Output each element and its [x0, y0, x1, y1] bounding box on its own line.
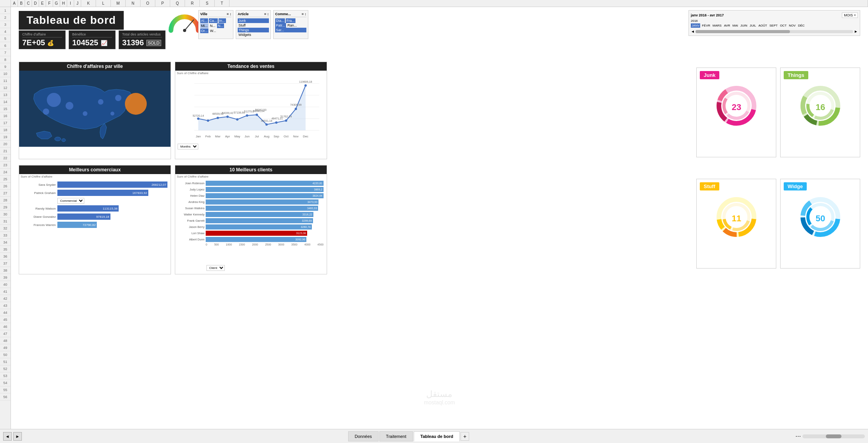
svg-text:Apr: Apr	[225, 135, 230, 138]
line-chart-controls: Months	[175, 143, 327, 150]
cal-scroll-thumb[interactable]	[695, 30, 790, 33]
svg-point-2	[55, 137, 61, 141]
cal-dec[interactable]: DÉC	[797, 23, 806, 28]
filter-item-ca[interactable]: Ca...	[209, 18, 218, 23]
svg-point-25	[275, 121, 277, 124]
cal-nov[interactable]: NOV	[788, 23, 796, 28]
donut-stuff: Stuff 11	[696, 179, 776, 269]
cal-mars[interactable]: MARS	[712, 23, 722, 28]
nav-prev-button[interactable]: ◄	[3, 432, 12, 441]
filter-item-sar[interactable]: Sar...	[275, 28, 306, 32]
col-m[interactable]: M	[111, 0, 126, 7]
svg-text:52720,14: 52720,14	[192, 114, 204, 117]
col-l[interactable]: L	[96, 0, 111, 7]
cal-sept[interactable]: SEPT	[768, 23, 778, 28]
col-o[interactable]: O	[141, 0, 155, 7]
col-t[interactable]: T	[215, 0, 229, 7]
row-49: 49	[0, 344, 11, 351]
row-51: 51	[0, 358, 11, 365]
tab-donnees[interactable]: Données	[348, 431, 379, 441]
col-a[interactable]: A	[11, 0, 18, 7]
col-h[interactable]: H	[60, 0, 67, 7]
filter-item-junk[interactable]: Junk	[238, 18, 269, 23]
svg-point-27	[295, 108, 297, 110]
scroll-right-icon[interactable]: ►	[854, 29, 858, 34]
calendar-mois[interactable]: MOIS +	[842, 12, 858, 18]
filter-item-or[interactable]: Or...	[200, 28, 208, 33]
filter-ville[interactable]: Ville ≡ ↕ Al... Ca... In... Mi... N... N…	[198, 10, 233, 39]
commercial-dropdown[interactable]: Commercial	[57, 198, 84, 204]
filter-ville-items: Al... Ca... In... Mi... N... N... Or... …	[200, 18, 231, 33]
filter-commentaire[interactable]: Comme... ≡ ↕ Dia... Fra... Patr... Ran..…	[273, 10, 308, 39]
col-d[interactable]: D	[32, 0, 39, 7]
calendar-year-label: 2016	[691, 19, 858, 23]
months-dropdown[interactable]: Months	[178, 144, 198, 149]
col-n[interactable]: N	[126, 0, 141, 7]
col-g[interactable]: G	[53, 0, 60, 7]
col-p[interactable]: P	[155, 0, 170, 7]
row-42: 42	[0, 295, 11, 302]
svg-point-18	[207, 119, 209, 122]
row-26: 26	[0, 183, 11, 190]
svg-point-6	[43, 109, 49, 115]
col-e[interactable]: E	[39, 0, 46, 7]
filter-article-icons: ≡ ↕	[264, 12, 269, 16]
scroll-left-icon[interactable]: ◄	[691, 29, 695, 34]
filter-item-patr[interactable]: Patr...	[275, 23, 286, 28]
cal-janv[interactable]: JANV	[691, 23, 700, 28]
filter-item-al[interactable]: Al...	[200, 18, 208, 23]
filter-commentaire-icons: ≡ ↕	[302, 12, 306, 16]
col-b[interactable]: B	[18, 0, 25, 7]
calendar-header: janv 2016 - avr 2017 MOIS +	[691, 12, 858, 18]
col-q[interactable]: Q	[170, 0, 185, 7]
filter-item-n2[interactable]: N...	[217, 23, 224, 28]
row-50: 50	[0, 351, 11, 358]
hbar-axis: 0 500 1000 1500 2000 2500 3000 3500 4000…	[206, 243, 324, 246]
tab-traitement[interactable]: Traitement	[379, 431, 413, 441]
filter-article[interactable]: Article ≡ ↕ Junk Stuff Things Widgets	[236, 10, 271, 39]
cal-fevr[interactable]: FÉVR	[701, 23, 711, 28]
filter-item-w[interactable]: W...	[209, 28, 217, 33]
scroll-thumb[interactable]	[826, 434, 841, 438]
filter-item-things[interactable]: Things	[238, 28, 269, 32]
calendar-scrollbar[interactable]: ◄ ►	[691, 29, 858, 34]
cal-scroll-track[interactable]	[695, 30, 853, 33]
filter-item-fra[interactable]: Fra...	[286, 18, 295, 23]
row-25: 25	[0, 176, 11, 183]
col-f[interactable]: F	[46, 0, 53, 7]
filter-item-stuff[interactable]: Stuff	[238, 23, 269, 28]
col-j[interactable]: J	[74, 0, 81, 7]
filter-item-mi[interactable]: Mi...	[200, 23, 208, 28]
filter-item-widgets[interactable]: Widgets	[238, 32, 269, 37]
col-i[interactable]: I	[67, 0, 74, 7]
col-s[interactable]: S	[200, 0, 215, 7]
nav-next-button[interactable]: ►	[13, 432, 22, 441]
col-r[interactable]: R	[185, 0, 200, 7]
cal-mai[interactable]: MAI	[732, 23, 739, 28]
tab-tableau-de-bord[interactable]: Tableau de bord	[414, 431, 460, 441]
tab-add-button[interactable]: +	[461, 432, 469, 441]
filter-item-n1[interactable]: N...	[209, 23, 216, 28]
cal-avr[interactable]: AVR	[723, 23, 731, 28]
filter-item-ran[interactable]: Ran...	[287, 23, 298, 28]
svg-text:54039,42: 54039,42	[222, 112, 233, 114]
svg-text:11: 11	[731, 213, 741, 223]
options-icon[interactable]: ⋯	[795, 433, 801, 439]
cal-oct[interactable]: OCT	[779, 23, 787, 28]
svg-text:16: 16	[815, 102, 825, 112]
cal-juil[interactable]: JUIL	[749, 23, 757, 28]
svg-point-20	[226, 116, 229, 118]
bar-left-content: Sara Snyder 268212,07 Patrick Graham 167…	[19, 179, 171, 232]
filter-item-in[interactable]: In...	[219, 18, 226, 23]
col-k[interactable]: K	[81, 0, 96, 7]
scroll-track[interactable]	[802, 434, 865, 438]
client-dropdown[interactable]: Client	[206, 265, 225, 271]
tab-area: Données Traitement Tableau de bord +	[348, 431, 469, 441]
cal-juin[interactable]: JUIN	[740, 23, 748, 28]
svg-point-5	[66, 102, 73, 110]
bar-item-randy: Randy Watson 113115,38	[22, 205, 167, 212]
col-c[interactable]: C	[25, 0, 32, 7]
cal-aout[interactable]: AOÛT	[758, 23, 768, 28]
kpi-chiffre-icon: 💰	[47, 40, 54, 46]
filter-item-dia[interactable]: Dia...	[275, 18, 285, 23]
